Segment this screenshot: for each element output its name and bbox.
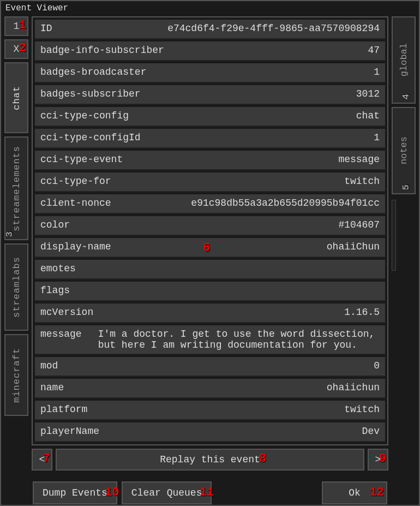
chevron-right-icon: > (375, 454, 381, 465)
tab-minecraft[interactable]: minecraft (4, 334, 28, 416)
center-panel: IDe74cd6f4-f29e-4fff-9865-aa7570908294ba… (32, 16, 388, 504)
property-key: cci-type-configId (40, 132, 141, 143)
tab-global-label: global (399, 43, 409, 76)
dump-events-button[interactable]: Dump Events 10 (33, 481, 117, 504)
property-row[interactable]: nameohaiichun (35, 379, 385, 398)
ok-label: Ok (349, 487, 361, 498)
property-value: 3012 (141, 88, 380, 99)
window-title: Event Viewer (2, 2, 418, 16)
property-row[interactable]: messageI'm a doctor. I get to use the wo… (35, 325, 385, 355)
property-row[interactable]: client-noncee91c98db55a3a2b655d20995b94f… (35, 194, 385, 214)
right-tab-strip: global 4 notes 5 (392, 16, 416, 504)
left-tab-strip: 1 1 X 2 chat streamelements 3 streamlabs… (4, 16, 28, 504)
property-value: twitch (111, 176, 380, 187)
property-row[interactable]: mod0 (35, 357, 385, 377)
tab-streamlabs-label: streamlabs (11, 257, 22, 318)
property-value: chat (129, 110, 380, 121)
tab-chat-label: chat (11, 86, 22, 110)
event-viewer-window: Event Viewer 1 1 X 2 chat streamelements… (0, 0, 420, 506)
property-value: e91c98db55a3a2b655d20995b94f01cc (111, 198, 380, 209)
prev-event-button[interactable]: < 7 (32, 449, 52, 471)
property-key: flags (40, 285, 70, 296)
property-row[interactable]: playerNameDev (35, 422, 385, 442)
property-value: e74cd6f4-f29e-4fff-9865-aa7570908294 (52, 23, 380, 34)
tab-streamlabs[interactable]: streamlabs (4, 243, 28, 331)
property-row[interactable]: cci-type-fortwitch (35, 172, 385, 192)
tab-notes[interactable]: notes 5 (392, 107, 416, 194)
property-key: display-name (40, 241, 111, 252)
property-key: mcVersion (40, 307, 93, 318)
annotation-4: 4 (401, 94, 411, 99)
property-key: emotes (40, 263, 76, 274)
tab-streamelements-label: streamelements (11, 146, 22, 231)
property-key: platform (40, 404, 87, 415)
property-key: ID (40, 23, 52, 34)
replay-event-button[interactable]: Replay this event 8 (56, 449, 364, 471)
close-tab-label: X (14, 44, 20, 55)
annotation-8: 8 (259, 452, 266, 466)
property-row[interactable]: cci-type-eventmessage (35, 151, 385, 170)
property-key: badges-broadcaster (40, 67, 146, 78)
property-row[interactable]: badges-subscriber3012 (35, 85, 385, 105)
tab-minecraft-label: minecraft (11, 348, 22, 403)
property-value: ohaiichun (64, 382, 380, 393)
clear-queues-button[interactable]: Clear Queues 11 (122, 481, 212, 504)
property-row[interactable]: cci-type-configchat (35, 107, 385, 127)
property-row[interactable]: color#104607 (35, 216, 385, 236)
property-key: badge-info-subscriber (40, 45, 164, 56)
dump-events-label: Dump Events (43, 487, 107, 498)
annotation-5: 5 (401, 184, 411, 190)
property-key: message (40, 329, 82, 340)
property-value: Dev (99, 426, 380, 437)
property-value: twitch (87, 404, 380, 415)
property-value: #104607 (70, 219, 380, 230)
property-row[interactable]: badges-broadcaster1 (35, 63, 385, 83)
property-row[interactable]: badge-info-subscriber47 (35, 41, 385, 61)
replay-label: Replay this event (160, 454, 260, 465)
property-value: 1 (146, 67, 380, 78)
property-key: client-nonce (40, 198, 111, 209)
property-key: name (40, 382, 64, 393)
property-row[interactable]: cci-type-configId1 (35, 129, 385, 148)
property-row[interactable]: flags (35, 282, 385, 301)
property-row[interactable]: mcVersion1.16.5 (35, 303, 385, 323)
property-key: cci-type-config (40, 110, 129, 121)
property-key: playerName (40, 426, 99, 437)
property-key: badges-subscriber (40, 88, 141, 99)
event-index-tab[interactable]: 1 1 (4, 16, 28, 36)
property-key: color (40, 219, 70, 230)
property-value: 1.16.5 (93, 307, 380, 318)
window-body: 1 1 X 2 chat streamelements 3 streamlabs… (2, 16, 418, 506)
property-value: I'm a doctor. I get to use the word diss… (82, 329, 380, 350)
property-value: 0 (58, 360, 380, 371)
annotation-2: 2 (19, 41, 26, 55)
property-row[interactable]: IDe74cd6f4-f29e-4fff-9865-aa7570908294 (35, 20, 385, 39)
tab-streamelements[interactable]: streamelements 3 (4, 136, 28, 240)
property-row[interactable]: display-nameohaiiChun6 (35, 238, 385, 258)
scrollbar[interactable] (392, 200, 396, 271)
ok-button[interactable]: Ok 12 (322, 481, 387, 504)
tab-chat[interactable]: chat (4, 62, 28, 133)
tab-global[interactable]: global 4 (392, 16, 416, 104)
clear-queues-label: Clear Queues (131, 487, 202, 498)
property-key: cci-type-event (40, 154, 123, 165)
property-value: message (123, 154, 380, 165)
property-value: ohaiiChun (111, 241, 380, 252)
property-row[interactable]: emotes (35, 260, 385, 279)
property-value: 1 (141, 132, 380, 143)
chevron-left-icon: < (39, 454, 45, 465)
annotation-3: 3 (4, 231, 15, 237)
bottom-button-row: Dump Events 10 Clear Queues 11 Ok 12 (32, 481, 388, 504)
next-event-button[interactable]: > 9 (368, 449, 388, 471)
event-properties-list: IDe74cd6f4-f29e-4fff-9865-aa7570908294ba… (32, 16, 388, 445)
annotation-1: 1 (19, 19, 26, 32)
close-tab[interactable]: X 2 (4, 39, 28, 59)
property-key: mod (40, 360, 58, 371)
annotation-12: 12 (370, 486, 384, 499)
property-key: cci-type-for (40, 176, 111, 187)
property-row[interactable]: platformtwitch (35, 401, 385, 420)
tab-notes-label: notes (399, 136, 409, 164)
event-index-label: 1 (14, 21, 20, 32)
property-value: 47 (164, 45, 380, 56)
spacer (216, 481, 317, 504)
